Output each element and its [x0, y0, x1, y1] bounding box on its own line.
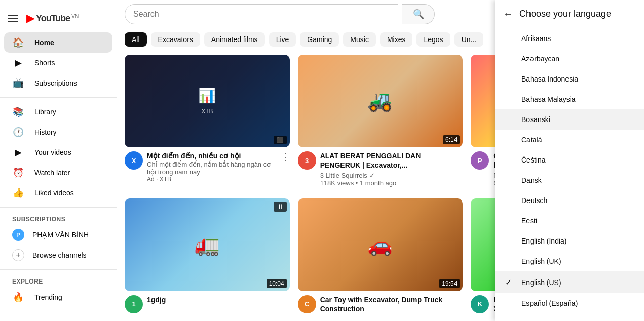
video-title-v5: Car Toy with Excavator, Dump Truck Const… [320, 295, 463, 313]
video-more-button-v1[interactable]: ⋮ [281, 151, 290, 163]
video-title-v1: Một điểm đến, nhiều cơ hội [147, 151, 277, 160]
language-back-button[interactable]: ← [503, 8, 513, 20]
language-header: ← Choose your language [495, 0, 644, 28]
home-icon: 🏠 [12, 37, 24, 48]
sidebar-item-library[interactable]: 📚 Library [4, 102, 112, 122]
video-title-v4: 1gdjg [147, 295, 290, 304]
duration-badge-v2: 6:14 [443, 135, 460, 144]
video-card-v5[interactable]: 🚗 19:54 C Car Toy with Excavator, Dump T… [298, 198, 463, 317]
lang-item-bosanski[interactable]: Bosanski [495, 109, 644, 130]
your-videos-icon: ▶ [12, 147, 24, 158]
sidebar-item-liked-videos[interactable]: 👍 Liked videos [4, 183, 112, 203]
lang-label-bahasa-malaysia: Bahasa Malaysia [521, 95, 576, 103]
youtube-wordmark: YouTube [36, 13, 70, 24]
video-thumbnail-v4: 🚛 ⏸ 10:04 [125, 198, 290, 291]
lang-item-english-uk[interactable]: English (UK) [495, 251, 644, 271]
lang-item-english-india[interactable]: English (India) [495, 231, 644, 251]
video-meta-v5: C Car Toy with Excavator, Dump Truck Con… [298, 295, 463, 313]
lang-item-bahasa-indonesia[interactable]: Bahasa Indonesia [495, 69, 644, 89]
check-english-us: ✓ [505, 277, 515, 287]
shorts-icon: ▶ [12, 57, 24, 68]
youtube-region: VN [71, 14, 79, 19]
video-stats-v2: 118K views • 1 month ago [320, 179, 463, 187]
lang-item-eesti[interactable]: Eesti [495, 211, 644, 231]
lang-item-cestina[interactable]: Čeština [495, 150, 644, 170]
channel-name-v2: 3 Little Squirrels ✓ [320, 172, 463, 179]
sidebar-item-shorts[interactable]: ▶ Shorts [4, 53, 112, 73]
sidebar-item-library-label: Library [34, 108, 56, 116]
lang-item-dansk[interactable]: Dansk [495, 170, 644, 190]
lang-label-bosanski: Bosanski [521, 115, 550, 124]
browse-channels-label: Browse channels [32, 251, 87, 259]
lang-label-catala: Català [521, 136, 542, 144]
trending-icon: 🔥 [12, 292, 24, 303]
search-button[interactable]: 🔍 [402, 4, 435, 24]
sidebar-item-your-videos[interactable]: ▶ Your videos [4, 142, 112, 163]
lang-item-catala[interactable]: Català [495, 130, 644, 150]
sidebar-item-watch-later[interactable]: ⏰ Watch later [4, 163, 112, 183]
video-ad-label-v1: Ad · XTB [147, 176, 277, 183]
duration-badge-v5: 19:54 [439, 279, 460, 288]
filter-chip-un[interactable]: Un... [454, 32, 484, 47]
video-thumbnail-v5: 🚗 19:54 [298, 198, 463, 291]
video-description-v1: Chỉ một điểm đến, nắm bắt hàng ngàn cơ h… [147, 160, 277, 176]
sidebar: ▶ YouTube VN 🏠 Home ▶ Shorts 📺 Subscript… [0, 0, 117, 321]
video-thumbnail-v1: 📊 XTB ⬛ [125, 55, 290, 147]
verified-badge-v2: ✓ [369, 172, 375, 179]
sidebar-item-subscriptions[interactable]: 📺 Subscriptions [4, 73, 112, 93]
language-panel: ← Choose your language Afrikaans Azərbay… [495, 0, 644, 321]
filter-chip-all[interactable]: All [125, 32, 147, 47]
sidebar-item-shorts-label: Shorts [34, 59, 55, 67]
sidebar-item-home[interactable]: 🏠 Home [4, 32, 112, 53]
filter-chip-excavators[interactable]: Excavators [151, 32, 200, 47]
lang-label-afrikaans: Afrikaans [521, 34, 551, 43]
lang-label-bahasa-indonesia: Bahasa Indonesia [521, 75, 578, 83]
video-meta-v2: 3 ALAT BERAT PENGGALI DAN PENGERUK | Exc… [298, 151, 463, 186]
sidebar-item-home-label: Home [34, 38, 54, 47]
lang-label-english-uk: English (UK) [521, 257, 561, 265]
video-title-v2: ALAT BERAT PENGGALI DAN PENGERUK | Excav… [320, 151, 463, 170]
filter-chip-live[interactable]: Live [269, 32, 296, 47]
sidebar-item-trending[interactable]: 🔥 Trending [4, 287, 112, 307]
video-card-v4[interactable]: 🚛 ⏸ 10:04 1 1gdjg [125, 198, 290, 317]
add-circle-icon: + [12, 249, 24, 261]
duration-badge-v4: 10:04 [267, 279, 287, 288]
filter-chip-animated-films[interactable]: Animated films [204, 32, 265, 47]
lang-item-deutsch[interactable]: Deutsch [495, 190, 644, 211]
video-meta-v1: X Một điểm đến, nhiều cơ hội Chỉ một điể… [125, 151, 290, 183]
channel-avatar-v6: K [471, 295, 489, 313]
youtube-logo[interactable]: ▶ YouTube VN [26, 12, 79, 25]
filter-chip-gaming[interactable]: Gaming [300, 32, 339, 47]
browse-channels-item[interactable]: + Browse channels [4, 245, 112, 265]
liked-videos-icon: 👍 [12, 187, 24, 198]
sidebar-item-history[interactable]: 🕐 History [4, 122, 112, 142]
sidebar-item-subscriptions-label: Subscriptions [34, 79, 77, 87]
video-info-v2: ALAT BERAT PENGGALI DAN PENGERUK | Excav… [320, 151, 463, 186]
lang-item-espanol-espana[interactable]: Español (España) [495, 293, 644, 313]
sidebar-item-liked-videos-label: Liked videos [34, 189, 74, 197]
lang-item-azerbaycan[interactable]: Azərbaycan [495, 49, 644, 69]
sidebar-divider-3 [0, 269, 117, 270]
filter-chip-music[interactable]: Music [343, 32, 376, 47]
subscriptions-section-label: SUBSCRIPTIONS [0, 212, 117, 225]
filter-chip-mixes[interactable]: Mixes [380, 32, 413, 47]
lang-item-bahasa-malaysia[interactable]: Bahasa Malaysia [495, 89, 644, 109]
video-meta-v4: 1 1gdjg [125, 295, 290, 313]
language-list: Afrikaans Azərbaycan Bahasa Indonesia Ba… [495, 28, 644, 321]
channel-avatar-v1: X [125, 151, 143, 170]
lang-label-eesti: Eesti [521, 217, 537, 225]
search-input[interactable] [125, 4, 398, 24]
subscription-avatar: P [12, 229, 24, 241]
lang-label-english-us: English (US) [521, 278, 561, 287]
channel-avatar-v4: 1 [125, 295, 143, 313]
video-card-v1[interactable]: 📊 XTB ⬛ X Một điểm đến, nhiều cơ hội Chỉ… [125, 55, 290, 190]
sidebar-item-watch-later-label: Watch later [34, 169, 70, 177]
sidebar-divider-1 [0, 97, 117, 98]
hamburger-menu[interactable] [8, 15, 18, 22]
lang-item-afrikaans[interactable]: Afrikaans [495, 28, 644, 49]
subscription-pham-van-binh[interactable]: P PHẠM VĂN BÌNH [4, 225, 112, 245]
channel-avatar-v5: C [298, 295, 316, 313]
video-card-v2[interactable]: 🚜 6:14 3 ALAT BERAT PENGGALI DAN PENGERU… [298, 55, 463, 190]
lang-item-english-us[interactable]: ✓ English (US) [495, 271, 644, 293]
filter-chip-legos[interactable]: Legos [416, 32, 450, 47]
